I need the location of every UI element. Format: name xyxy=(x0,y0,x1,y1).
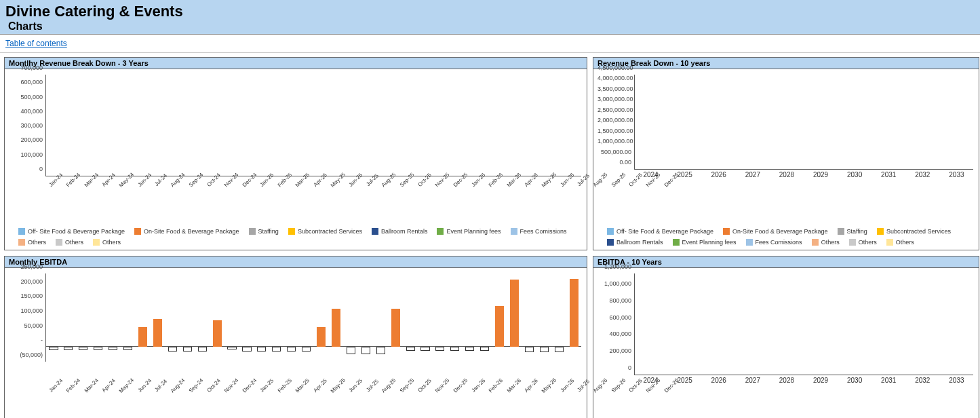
legend-item: Subcontracted Services xyxy=(288,228,362,235)
legend-item: Others xyxy=(18,239,46,246)
legend-item: Fees Comissions xyxy=(511,228,567,235)
bar xyxy=(198,347,207,352)
legend-item: On-Site Food & Beverage Package xyxy=(723,228,828,235)
bar xyxy=(302,347,311,352)
legend-item: Off- Site Food & Beverage Package xyxy=(607,228,713,235)
company-title: Divine Catering & Events xyxy=(5,3,975,20)
bar xyxy=(361,347,370,354)
legend-annual-revenue: Off- Site Food & Beverage PackageOn-Site… xyxy=(593,225,979,250)
bar xyxy=(525,347,534,352)
bar xyxy=(376,347,385,354)
panel-title: Revenue Break Down - 10 years xyxy=(593,58,979,69)
bar xyxy=(570,279,579,347)
legend-item: Event Planning fees xyxy=(673,239,737,246)
bar xyxy=(94,347,102,349)
bar xyxy=(480,347,489,350)
charts-grid: Montlhy Revenue Break Down - 3 Years 010… xyxy=(0,53,980,418)
bar xyxy=(257,347,266,352)
panel-annual-ebitda: EBITDA - 10 Years 0200,000400,000600,000… xyxy=(593,256,979,418)
legend-item: Ballroom Rentals xyxy=(607,239,663,246)
legend-item: Others xyxy=(849,239,877,246)
bar xyxy=(317,327,326,347)
toc-row: Table of contents xyxy=(0,35,980,53)
bar xyxy=(391,309,400,347)
bar xyxy=(465,347,474,350)
chart-monthly-ebitda: (50,000)-50,000100,000150,000200,000250,… xyxy=(5,268,587,418)
legend-item: Ballroom Rentals xyxy=(372,228,428,235)
bar xyxy=(555,347,564,352)
legend-item: Subcontracted Services xyxy=(877,228,951,235)
bar xyxy=(227,347,236,349)
bar xyxy=(510,280,519,347)
bar xyxy=(79,347,87,349)
bar xyxy=(213,320,222,347)
chart-monthly-revenue: 0100,000200,000300,000400,000500,000600,… xyxy=(5,69,587,225)
bar xyxy=(64,347,73,349)
panel-monthly-revenue: Montlhy Revenue Break Down - 3 Years 010… xyxy=(4,57,587,250)
bar xyxy=(420,347,429,350)
bar xyxy=(406,347,415,350)
panel-title: EBITDA - 10 Years xyxy=(593,256,979,268)
bar xyxy=(495,306,504,347)
panel-title: Montlhy Revenue Break Down - 3 Years xyxy=(5,58,587,69)
toc-link[interactable]: Table of contents xyxy=(5,39,67,48)
bar xyxy=(347,347,355,354)
bar xyxy=(138,327,147,347)
bar xyxy=(183,347,192,352)
legend-item: Event Planning fees xyxy=(437,228,501,235)
legend-monthly-revenue: Off- Site Food & Beverage PackageOn-Site… xyxy=(5,225,587,250)
bar xyxy=(242,347,251,352)
bar xyxy=(109,347,117,349)
legend-item: Fees Comissions xyxy=(746,239,802,246)
page-header: Divine Catering & Events Charts xyxy=(0,0,980,35)
bar xyxy=(272,347,281,352)
page-subtitle: Charts xyxy=(5,20,975,33)
legend-item: Others xyxy=(93,239,121,246)
panel-monthly-ebitda: Monthly EBITDA (50,000)-50,000100,000150… xyxy=(4,256,587,418)
legend-item: Others xyxy=(812,239,840,246)
bar xyxy=(540,347,549,352)
chart-annual-ebitda: 0200,000400,000600,000800,0001,000,0001,… xyxy=(593,268,979,418)
panel-title: Monthly EBITDA xyxy=(5,256,587,268)
panel-annual-revenue: Revenue Break Down - 10 years 0.00500,00… xyxy=(593,57,979,250)
chart-annual-revenue: 0.00500,000.001,000,000.001,500,000.002,… xyxy=(593,69,979,225)
legend-item: Staffing xyxy=(838,228,867,235)
bar xyxy=(153,319,162,347)
bar xyxy=(450,347,459,350)
legend-item: Others xyxy=(886,239,914,246)
bar xyxy=(123,347,132,349)
legend-item: Off- Site Food & Beverage Package xyxy=(18,228,125,235)
bar xyxy=(435,347,444,350)
legend-item: Staffing xyxy=(249,228,279,235)
legend-item: On-Site Food & Beverage Package xyxy=(134,228,239,235)
bar xyxy=(332,309,340,347)
bar xyxy=(168,347,177,352)
bar xyxy=(49,347,58,349)
bar xyxy=(287,347,296,352)
legend-item: Others xyxy=(56,239,83,246)
